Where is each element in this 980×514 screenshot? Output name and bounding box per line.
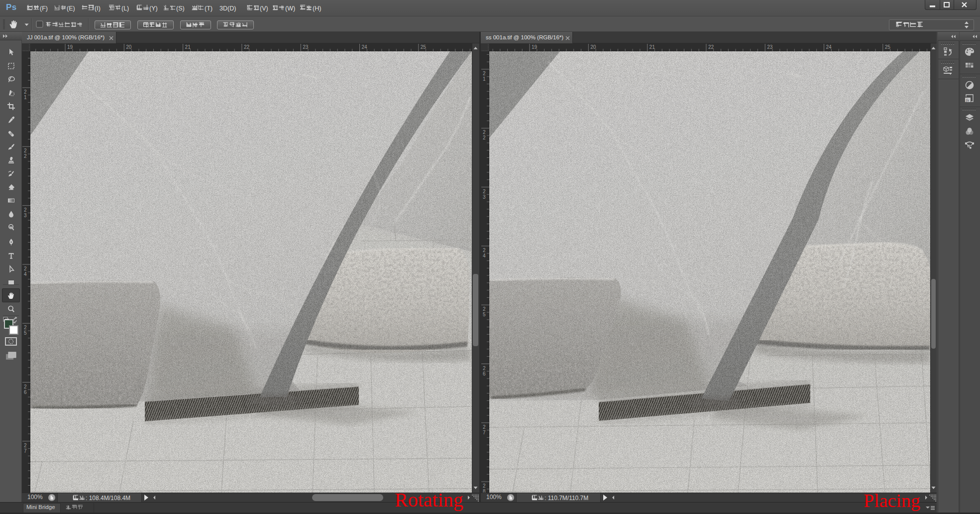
svg-text:2: 2	[483, 189, 486, 194]
svg-text:2: 2	[483, 366, 486, 371]
svg-text:2: 2	[483, 248, 486, 253]
svg-text:2: 2	[483, 71, 486, 76]
svg-text:2: 2	[483, 135, 486, 140]
svg-text:23: 23	[303, 44, 309, 50]
svg-text:19: 19	[532, 44, 538, 50]
svg-text:8: 8	[483, 489, 486, 493]
svg-text:(V): (V)	[260, 5, 268, 12]
svg-text:2: 2	[24, 443, 27, 448]
svg-text:2: 2	[24, 207, 27, 213]
svg-text:25: 25	[885, 44, 891, 50]
svg-text:2: 2	[24, 89, 27, 95]
svg-text:(W): (W)	[285, 5, 295, 12]
svg-text:24: 24	[362, 44, 368, 50]
svg-text:5: 5	[24, 330, 27, 336]
svg-text:(E): (E)	[67, 5, 75, 12]
svg-text:(L): (L)	[121, 5, 129, 12]
svg-text:5: 5	[483, 312, 486, 317]
svg-text:3: 3	[24, 213, 27, 218]
svg-text:1: 1	[24, 95, 27, 100]
svg-text:2: 2	[483, 129, 486, 135]
svg-text:7: 7	[483, 430, 486, 435]
svg-text:(I): (I)	[95, 5, 101, 12]
svg-text:2: 2	[24, 153, 27, 159]
svg-text:21: 21	[650, 44, 655, 50]
svg-text:7: 7	[24, 448, 27, 454]
svg-text:1: 1	[483, 76, 486, 82]
svg-text:2: 2	[24, 384, 27, 389]
svg-text:3D(D): 3D(D)	[219, 5, 236, 12]
svg-text:fx: fx	[966, 98, 970, 103]
svg-text:(S): (S)	[176, 5, 185, 12]
svg-text:2: 2	[24, 266, 27, 271]
svg-text:3: 3	[483, 194, 486, 200]
svg-text:20: 20	[126, 44, 132, 50]
svg-text:2: 2	[483, 306, 486, 312]
svg-text:2: 2	[483, 424, 486, 430]
svg-text:4: 4	[24, 271, 27, 277]
svg-text:: 108.4M/108.4M: : 108.4M/108.4M	[86, 495, 130, 502]
svg-text:2: 2	[24, 148, 27, 153]
svg-text:: 110.7M/110.7M: : 110.7M/110.7M	[544, 495, 588, 502]
svg-text:(T): (T)	[205, 5, 213, 12]
svg-text:20: 20	[590, 44, 596, 50]
svg-text:25: 25	[421, 44, 427, 50]
svg-text:22: 22	[244, 44, 250, 50]
svg-text:(F): (F)	[40, 5, 48, 12]
svg-text:6: 6	[483, 371, 486, 377]
svg-text:22: 22	[708, 44, 714, 50]
svg-text:2: 2	[483, 483, 486, 489]
svg-text:19: 19	[67, 44, 73, 50]
svg-text:6: 6	[24, 389, 27, 395]
svg-text:2: 2	[24, 325, 27, 330]
svg-text:23: 23	[767, 44, 773, 50]
svg-text:(H): (H)	[313, 5, 321, 12]
svg-text:(Y): (Y)	[149, 5, 158, 12]
svg-text:21: 21	[185, 44, 191, 50]
svg-text:4: 4	[483, 253, 486, 258]
svg-text:24: 24	[826, 44, 832, 50]
